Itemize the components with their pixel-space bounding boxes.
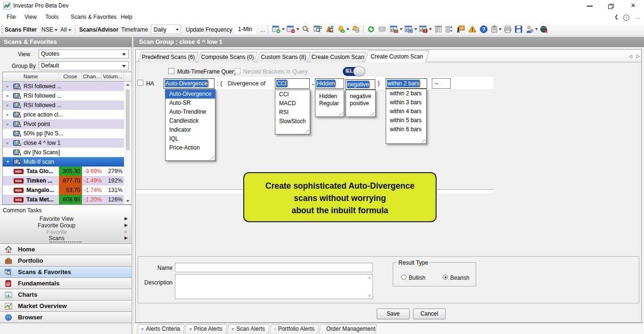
stock-row[interactable]: NSETata Met...608.95-1.20%126% (3, 195, 124, 204)
add-alert-icon[interactable] (337, 25, 345, 33)
scan-row[interactable]: ▸price action cl... (3, 110, 124, 119)
scan-row[interactable]: ▸RSI followed ... (3, 82, 124, 91)
menu-tools[interactable]: Tools (45, 14, 58, 20)
favorite-group-link[interactable]: Favorite Group (0, 222, 113, 229)
cancel-button[interactable]: Cancel (413, 309, 446, 319)
refresh-icon[interactable] (367, 25, 375, 33)
category-combo[interactable]: Auto-Divergence (164, 78, 215, 89)
timeframe-dropdown[interactable]: Daily (151, 25, 181, 34)
dropdown-option[interactable]: negative (346, 90, 375, 99)
presentation-icon[interactable] (456, 25, 465, 33)
dropdown-option[interactable]: Regular (315, 99, 344, 108)
alert-log-icon[interactable] (351, 25, 360, 33)
scroll-down-icon[interactable] (126, 200, 130, 202)
favorite-view-link[interactable]: Favorite View (0, 216, 113, 222)
restore-button[interactable] (601, 0, 622, 11)
menu-scans-favorites[interactable]: Scans & Favorites (71, 14, 116, 20)
sidebar-item-market-overview[interactable]: Market Overview (0, 300, 132, 311)
scan-row-selected[interactable]: ▾Multi-tf scan (3, 157, 124, 167)
dropdown-option[interactable]: within 6 bars (386, 125, 426, 134)
scan-row[interactable]: 50% pp [No S... (3, 129, 124, 138)
tab-price-alerts[interactable]: Price Alerts (185, 324, 228, 334)
save-button[interactable]: Save (377, 309, 410, 319)
scan-row[interactable]: ▸close 4 ^ low 1 (3, 138, 124, 148)
sidebar-item-browser[interactable]: Browser (0, 311, 132, 323)
dropdown-option[interactable]: Hidden (315, 90, 344, 99)
tab-custom-scans[interactable]: Custom Scans (8) (256, 52, 311, 62)
update-frequency-value[interactable]: 1-Min (234, 25, 256, 34)
scan-row[interactable]: ▸Pivot point (3, 119, 124, 129)
tab-create-custom-scan[interactable]: Create Custom Scan (309, 52, 366, 62)
resize-grip[interactable] (338, 111, 343, 116)
bearish-radio[interactable] (443, 275, 448, 280)
chart-monitor-icon[interactable] (405, 25, 413, 33)
flag-icon[interactable] (378, 25, 387, 33)
dropdown-option[interactable]: within 5 bars (386, 116, 426, 125)
scan-row[interactable]: div [No Scans] (3, 148, 124, 157)
group-by-dropdown[interactable]: Default (39, 61, 129, 70)
clipboard-icon[interactable] (490, 25, 499, 33)
menu-view[interactable]: View (25, 14, 37, 20)
print-icon[interactable] (504, 25, 512, 33)
dropdown-option[interactable]: SlowStoch (275, 117, 310, 126)
dropdown-option[interactable]: Auto-Trendline (165, 108, 215, 117)
extra-combo[interactable]: -- (432, 78, 451, 89)
tab-scroll-left-icon[interactable]: ◁ (629, 54, 632, 58)
sidebar-item-scans-favorites[interactable]: Scans & Favorites (0, 266, 132, 277)
column-header-name[interactable]: Name (3, 72, 59, 82)
tab-scan-alerts[interactable]: Scan Alerts (227, 324, 270, 334)
scroll-up-icon[interactable]: ∧ (368, 276, 371, 280)
stock-row[interactable]: NSETata Glo...305.30-3.69%279% (3, 167, 124, 176)
multi-timeframe-checkbox[interactable] (168, 68, 174, 74)
dropdown-option[interactable]: IQL (165, 134, 215, 143)
scroll-thumb[interactable] (126, 89, 130, 150)
dropdown-option[interactable]: Auto-SR (165, 99, 215, 108)
description-input[interactable]: ∧ ∨ (175, 274, 373, 299)
tab-composite-scans[interactable]: Composite Scans (0) (197, 52, 257, 62)
column-header-close[interactable]: Close (59, 72, 82, 82)
view-dropdown[interactable]: Quotes (39, 50, 129, 58)
dropdown-option[interactable]: CCI (275, 90, 310, 99)
divergence-type-combo[interactable]: Hidden (315, 78, 344, 89)
scan-alert-add-icon[interactable] (325, 25, 334, 33)
tab-alerts-criteria[interactable]: Alerts Criteria (137, 324, 185, 334)
dropdown-option[interactable]: MACD (275, 99, 310, 108)
chart-view-icon[interactable] (390, 25, 398, 33)
sidebar-item-fundamentals[interactable]: @Fundamentals (0, 277, 132, 289)
tab-create-custom-scan-active[interactable]: Create Custom Scan (364, 50, 429, 62)
warning-icon[interactable] (468, 25, 477, 33)
dropdown-option[interactable]: RSI (275, 108, 310, 117)
add-scan-icon[interactable] (272, 25, 281, 33)
dropdown-option[interactable]: Auto-Divergence (165, 90, 215, 99)
stock-row[interactable]: NSEMangalo...53.70-1.74%131% (3, 185, 124, 195)
sidebar-item-home[interactable]: Home (0, 243, 132, 255)
sidebar-item-charts[interactable]: Charts (0, 289, 132, 300)
more-options-button[interactable]: ... (260, 26, 265, 33)
resize-grip[interactable] (421, 138, 426, 143)
panel-splitter[interactable] (132, 37, 133, 334)
columns-icon[interactable] (434, 25, 443, 33)
tab-portfolio-alerts[interactable]: Portfolio Alerts (270, 324, 320, 334)
iel-toggle[interactable]: IEL (343, 67, 364, 76)
iel-toggle-knob[interactable] (353, 67, 365, 76)
dropdown-option[interactable]: within 2 bars (386, 89, 426, 98)
menu-help[interactable]: Help (121, 14, 132, 20)
scroll-up-icon[interactable] (126, 84, 130, 86)
dropdown-option[interactable]: Candlestick (165, 117, 215, 125)
edit-scan-icon[interactable] (302, 25, 310, 33)
scan-search-add-icon[interactable] (314, 25, 322, 33)
dropdown-option[interactable]: Indicator (165, 125, 215, 134)
exchange-dropdown[interactable]: NSE (41, 26, 58, 33)
menu-file[interactable]: File (7, 14, 16, 20)
sidebar-item-portfolio[interactable]: Portfolio (0, 255, 132, 266)
direction-combo[interactable]: negative (346, 79, 375, 90)
dropdown-option[interactable]: Price-Action (165, 143, 215, 152)
stock-row[interactable]: NSETimken ...877.70-1.49%192% (3, 176, 124, 185)
dropdown-option[interactable]: within 4 bars (386, 107, 426, 116)
ha-checkbox[interactable] (137, 80, 143, 86)
segment-dropdown[interactable]: All (60, 26, 71, 33)
scans-link[interactable]: Scans (0, 235, 113, 242)
user-settings-icon[interactable] (525, 25, 534, 33)
remove-scan-icon[interactable] (287, 25, 295, 33)
tab-scroll-right-icon[interactable]: ▷ (636, 54, 640, 58)
